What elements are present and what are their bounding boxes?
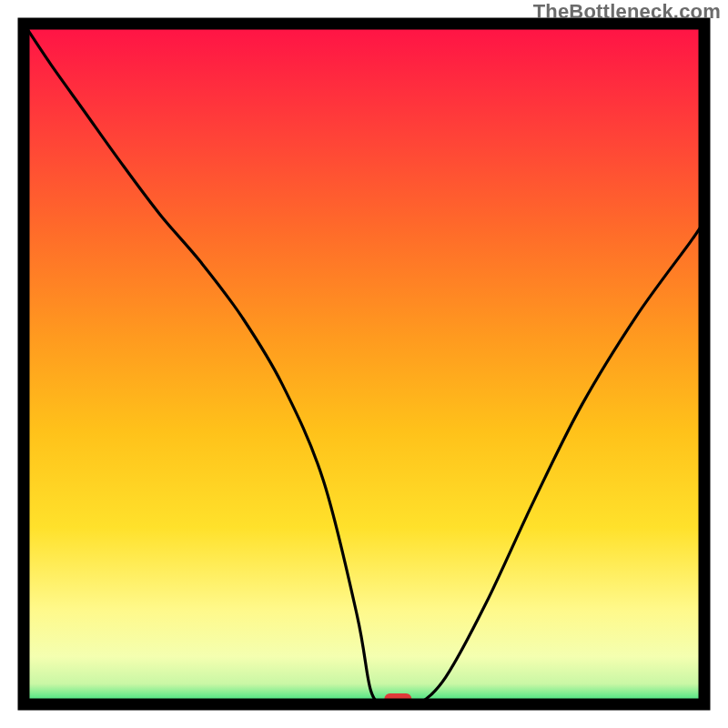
- watermark-text: TheBottleneck.com: [533, 0, 721, 24]
- plot-background: [24, 24, 704, 704]
- bottleneck-chart: [0, 0, 728, 728]
- chart-container: TheBottleneck.com: [0, 0, 728, 728]
